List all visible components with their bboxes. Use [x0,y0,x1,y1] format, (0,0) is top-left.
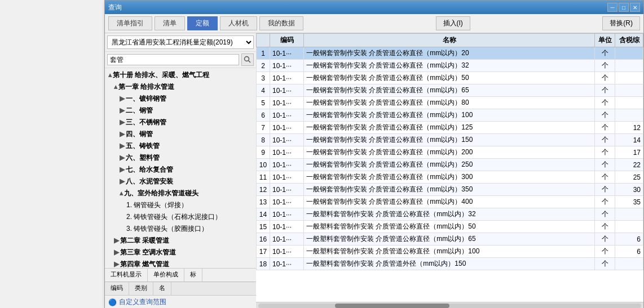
cell-name: 一般塑料套管制作安装 介质管道公称直径（mm以内）50 [304,221,595,233]
table-row[interactable]: 6 10-1··· 一般钢套管制作安装 介质管道公称直径（mm以内）100 个 [257,109,643,122]
cell-unit: 个 [595,84,615,97]
cell-unit: 个 [595,221,615,233]
cell-num: 1 [257,47,270,60]
cell-price [615,221,643,233]
cell-unit: 个 [595,258,615,270]
table-row[interactable]: 16 10-1··· 一般塑料套管制作安装 介质管道公称直径（mm以内）65 个… [257,233,643,245]
title-bar: 查询 ─ □ ✕ [105,1,643,14]
cell-unit: 个 [595,122,615,134]
tab-mark[interactable]: 标 [184,269,202,282]
tree-node[interactable]: ▶第二章 采暖管道 [106,235,255,247]
table-row[interactable]: 14 10-1··· 一般塑料套管制作安装 介质管道公称直径（mm以内）32 个 [257,208,643,221]
quota-dropdown[interactable]: 黑龙江省通用安装工程消耗量定额(2019) [107,35,254,49]
scrollbar-track[interactable] [258,303,641,308]
table-row[interactable]: 11 10-1··· 一般钢套管制作安装 介质管道公称直径（mm以内）300 个… [257,171,643,184]
cell-num: 14 [257,208,270,221]
replace-button[interactable]: 替换(R) [602,16,640,30]
cell-code: 10-1··· [270,84,304,97]
table-row[interactable]: 3 10-1··· 一般钢套管制作安装 介质管道公称直径（mm以内）50 个 [257,72,643,84]
cell-num: 6 [257,109,270,122]
tab-labor[interactable]: 人材机 [220,16,257,30]
custom-query-bar[interactable]: 🔵 自定义查询范围 [105,295,256,308]
cell-unit: 个 [595,196,615,208]
right-panel: 编码 名称 单位 含税综 1 10-1··· 一般钢套管制作安装 介质管道公称直… [256,33,643,308]
cell-price: 6 [615,233,643,245]
tab-mydata[interactable]: 我的数据 [259,16,303,30]
toolbar: 清单指引 清单 定额 人材机 我的数据 插入(I) 替换(R) [105,14,643,33]
tab-guide[interactable]: 清单指引 [108,16,152,30]
cell-unit: 个 [595,97,615,109]
cell-name: 一般塑料套管制作安装 介质管道公称直径（mm以内）65 [304,233,595,245]
tree-node[interactable]: ▶一、镀锌钢管 [106,93,255,105]
cell-code: 10-1··· [270,159,304,171]
search-icon[interactable] [241,53,254,66]
cell-name: 一般塑料套管制作安装 介质管道公称直径（mm以内）32 [304,208,595,221]
col-code: 编码 [105,282,129,295]
cell-price: 6 [615,245,643,258]
cell-price: 30 [615,184,643,196]
cell-price [615,60,643,72]
scrollbar-thumb[interactable] [335,303,450,308]
table-row[interactable]: 12 10-1··· 一般钢套管制作安装 介质管道公称直径（mm以内）350 个… [257,184,643,196]
table-body: 1 10-1··· 一般钢套管制作安装 介质管道公称直径（mm以内）20 个 2… [257,47,643,270]
table-row[interactable]: 5 10-1··· 一般钢套管制作安装 介质管道公称直径（mm以内）80 个 [257,97,643,109]
cell-num: 7 [257,122,270,134]
table-row[interactable]: 7 10-1··· 一般钢套管制作安装 介质管道公称直径（mm以内）125 个 … [257,122,643,134]
cell-price [615,258,643,270]
tree-node[interactable]: ▶八、水泥管安装 [106,176,255,188]
cell-num: 8 [257,134,270,146]
table-row[interactable]: 10 10-1··· 一般钢套管制作安装 介质管道公称直径（mm以内）250 个… [257,159,643,171]
table-row[interactable]: 18 10-1··· 一般塑料套管制作安装 介质管道外径（mm以内）150 个 [257,258,643,270]
tree-node[interactable]: ▶五、铸铁管 [106,140,255,152]
maximize-button[interactable]: □ [619,3,629,12]
table-row[interactable]: 9 10-1··· 一般钢套管制作安装 介质管道公称直径（mm以内）200 个 … [257,146,643,159]
tree-node[interactable]: ▶三、不锈钢管 [106,117,255,128]
table-row[interactable]: 8 10-1··· 一般钢套管制作安装 介质管道公称直径（mm以内）150 个 … [257,134,643,146]
close-button[interactable]: ✕ [630,3,640,12]
tab-labor-detail[interactable]: 工料机显示 [105,269,148,282]
tree-node[interactable]: 3. 铸铁管碰头（胶圈接口） [106,223,255,235]
cell-code: 10-1··· [270,146,304,159]
tree-node[interactable]: ▶第四章 燃气管道 [106,258,255,268]
insert-button[interactable]: 插入(I) [436,16,470,30]
table-row[interactable]: 2 10-1··· 一般钢套管制作安装 介质管道公称直径（mm以内）32 个 [257,60,643,72]
tree-node[interactable]: ▴第十册 给排水、采暖、燃气工程 [106,69,255,81]
cell-price [615,97,643,109]
tree-node[interactable]: ▶第三章 空调水管道 [106,247,255,258]
table-row[interactable]: 4 10-1··· 一般钢套管制作安装 介质管道公称直径（mm以内）65 个 [257,84,643,97]
cell-code: 10-1··· [270,109,304,122]
cell-num: 16 [257,233,270,245]
cell-unit: 个 [595,245,615,258]
table-row[interactable]: 15 10-1··· 一般塑料套管制作安装 介质管道公称直径（mm以内）50 个 [257,221,643,233]
cell-num: 12 [257,184,270,196]
tree-node[interactable]: ▶二、钢管 [106,105,255,117]
table-row[interactable]: 17 10-1··· 一般塑料套管制作安装 介质管道公称直径（mm以内）100 … [257,245,643,258]
search-input[interactable] [107,54,239,65]
cell-code: 10-1··· [270,233,304,245]
cell-name: 一般钢套管制作安装 介质管道公称直径（mm以内）20 [304,47,595,60]
cell-num: 13 [257,196,270,208]
tree-node[interactable]: 2. 铸铁管碰头（石棉水泥接口） [106,211,255,223]
tree-node[interactable]: 1. 钢管碰头（焊接） [106,199,255,211]
tree-node[interactable]: ▴九、室外给排水管道碰头 [106,188,255,199]
cell-unit: 个 [595,134,615,146]
tab-quota[interactable]: 定额 [187,16,218,30]
tree-node[interactable]: ▴第一章 给排水管道 [106,81,255,93]
cell-num: 4 [257,84,270,97]
horizontal-scrollbar[interactable] [256,302,643,308]
minimize-button[interactable]: ─ [607,3,617,12]
cell-code: 10-1··· [270,171,304,184]
table-row[interactable]: 1 10-1··· 一般钢套管制作安装 介质管道公称直径（mm以内）20 个 [257,47,643,60]
left-panel: 黑龙江省通用安装工程消耗量定额(2019) ▴第十册 给排水、采暖、燃气工程▴第… [105,33,256,308]
tree-node[interactable]: ▶七、给水复合管 [106,164,255,176]
tree-node[interactable]: ▶四、铜管 [106,128,255,140]
tab-unit-price[interactable]: 单价构成 [148,269,184,282]
cell-price [615,47,643,60]
table-row[interactable]: 13 10-1··· 一般钢套管制作安装 介质管道公称直径（mm以内）400 个… [257,196,643,208]
col-header-code: 编码 [270,34,304,47]
tab-list[interactable]: 清单 [155,16,185,30]
tree-node[interactable]: ▶六、塑料管 [106,152,255,164]
custom-query-label[interactable]: 自定义查询范围 [119,297,166,307]
table-container[interactable]: 编码 名称 单位 含税综 1 10-1··· 一般钢套管制作安装 介质管道公称直… [256,33,643,302]
bottom-tabs-row: 工料机显示 单价构成 标 [105,268,256,282]
